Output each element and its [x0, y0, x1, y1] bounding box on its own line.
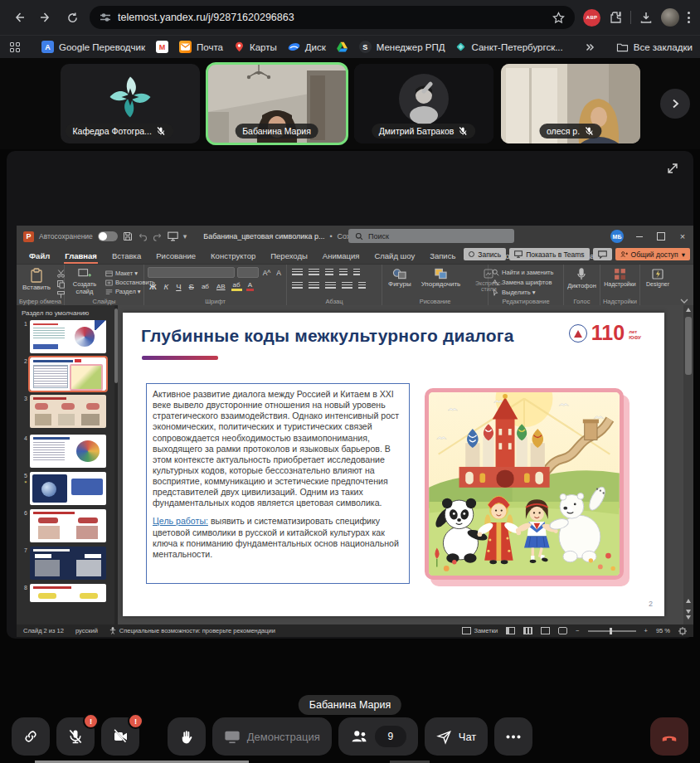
ppt-user-avatar[interactable]: МБ — [610, 230, 624, 243]
language-indicator[interactable]: русский — [75, 627, 98, 634]
paste-button[interactable]: Вставить — [20, 267, 53, 299]
browser-profile-avatar[interactable] — [661, 8, 679, 27]
slide-thumbnail-5[interactable] — [30, 472, 106, 505]
reload-icon[interactable] — [63, 8, 81, 27]
participant-tile-babanina[interactable]: Бабанина Мария — [207, 64, 347, 143]
participants-button[interactable]: 9 — [338, 717, 418, 756]
designer-button[interactable]: Designer — [644, 267, 672, 288]
font-size-box[interactable] — [237, 267, 259, 278]
bold-button[interactable]: Ж — [148, 282, 158, 291]
tab-record[interactable]: Запись — [422, 247, 463, 264]
extensions-puzzle-icon[interactable] — [609, 11, 622, 24]
tab-home[interactable]: Главная — [57, 247, 105, 264]
section-header[interactable]: Раздел по умолчанию — [22, 309, 118, 317]
back-icon[interactable] — [10, 8, 28, 27]
next-participants-button[interactable] — [660, 89, 690, 119]
font-name-box[interactable] — [148, 267, 235, 278]
end-call-button[interactable] — [650, 717, 688, 756]
underline-button[interactable]: Ч — [174, 282, 182, 291]
participant-tile-batrakov[interactable]: Дмитрий Батраков — [354, 64, 493, 143]
address-bar[interactable]: telemost.yandex.ru/j/92871620296863 — [90, 6, 575, 29]
raise-hand-button[interactable] — [168, 717, 206, 756]
show-in-teams-button[interactable]: Показать в Teams — [509, 248, 589, 260]
downloads-icon[interactable] — [639, 11, 653, 24]
zoom-out-button[interactable]: − — [576, 627, 579, 634]
zoom-level[interactable]: 95 % — [656, 627, 670, 634]
find-replace-button[interactable]: Найти и заменить — [492, 269, 560, 276]
slide-thumbnail-4[interactable] — [30, 435, 106, 468]
tab-design[interactable]: Конструктор — [203, 247, 263, 264]
zoom-in-button[interactable]: + — [644, 627, 648, 634]
fit-to-window-icon[interactable] — [678, 627, 687, 635]
align-right-icon[interactable] — [325, 282, 336, 289]
slide-thumbnail-1[interactable] — [30, 320, 106, 353]
case-button[interactable]: АВ — [215, 283, 227, 290]
all-bookmarks[interactable]: Все закладки — [616, 41, 693, 52]
bullets-icon[interactable] — [292, 269, 303, 276]
bookmark-drive[interactable] — [337, 41, 348, 52]
tab-animations[interactable]: Анимация — [315, 247, 367, 264]
slideshow-icon[interactable] — [558, 627, 567, 634]
arrange-button[interactable]: Упорядочить — [419, 267, 464, 293]
slide-illustration[interactable] — [425, 388, 624, 580]
ppt-search-box[interactable]: Поиск — [348, 229, 514, 243]
bookmark-spb[interactable]: Санкт-Петербургск... — [455, 41, 562, 52]
dictate-button[interactable]: Диктофон — [567, 267, 596, 290]
shapes-button[interactable]: Фигуры — [386, 267, 414, 293]
chat-button[interactable]: Чат — [425, 717, 489, 756]
normal-view-icon[interactable] — [506, 627, 515, 634]
browser-menu-icon[interactable] — [688, 12, 690, 23]
ppt-restore-button[interactable] — [650, 226, 672, 247]
clear-format-button[interactable]: А — [275, 269, 283, 277]
tab-insert[interactable]: Вставка — [105, 247, 148, 264]
ppt-minimize-button[interactable] — [629, 226, 650, 247]
bookmark-gmail[interactable]: M — [156, 41, 168, 53]
quick-access-chevron[interactable]: ▾ — [183, 232, 187, 241]
bookmark-rpd[interactable]: S Менеджер РПД — [359, 41, 445, 53]
highlight-button[interactable]: аб — [231, 281, 242, 291]
slide-thumbnail-7[interactable] — [30, 547, 106, 580]
replace-fonts-button[interactable]: Замена шрифтов — [492, 279, 560, 286]
collapse-ribbon-icon[interactable] — [675, 265, 693, 306]
autosave-toggle[interactable] — [98, 231, 118, 241]
apps-grid-icon[interactable] — [10, 42, 20, 52]
strikethrough-button[interactable]: S — [187, 282, 196, 291]
tab-draw[interactable]: Рисование — [148, 247, 203, 264]
columns-icon[interactable] — [358, 282, 366, 289]
reading-view-icon[interactable] — [541, 627, 550, 634]
slide-title[interactable]: Глубинные коды межкультурного диалога — [141, 326, 514, 346]
comments-button[interactable] — [593, 248, 612, 260]
site-settings-icon[interactable] — [100, 12, 111, 23]
screen-share-button[interactable]: Демонстрация — [212, 717, 332, 756]
bookmarks-overflow-icon[interactable] — [585, 42, 595, 52]
undo-icon[interactable] — [138, 231, 148, 241]
more-options-button[interactable] — [494, 717, 532, 756]
select-button[interactable]: Выделить ▾ — [492, 289, 560, 296]
numbering-icon[interactable] — [309, 269, 319, 276]
bookmark-translate[interactable]: A Google Переводчик — [41, 41, 145, 53]
indent-decrease-icon[interactable] — [325, 269, 333, 276]
adblock-extension-icon[interactable]: ABP — [583, 9, 600, 27]
save-icon[interactable] — [123, 231, 133, 241]
participant-tile-olesya[interactable]: олеся р. — [501, 64, 640, 143]
bookmark-maps[interactable]: Карты — [234, 41, 277, 53]
bookmark-star-icon[interactable] — [552, 12, 565, 24]
indent-increase-icon[interactable] — [339, 269, 348, 276]
canvas-scrollbar[interactable] — [683, 305, 693, 624]
next-slide-arrow[interactable] — [686, 610, 691, 614]
align-left-icon[interactable] — [292, 282, 303, 289]
addins-button[interactable]: Надстройки — [604, 267, 636, 288]
slide-thumbnail-2-selected[interactable] — [30, 357, 106, 391]
accessibility-check[interactable]: Специальные возможности: проверьте реком… — [109, 627, 275, 634]
slide-sorter-icon[interactable] — [523, 627, 532, 634]
bookmark-disk[interactable]: Диск — [288, 41, 326, 52]
notes-button[interactable]: Заметки — [462, 627, 498, 634]
tab-slideshow[interactable]: Слайд шоу — [367, 247, 422, 264]
record-button[interactable]: Запись — [464, 248, 506, 260]
present-display-icon[interactable] — [168, 231, 178, 241]
slide-text-box[interactable]: Активное развитие диалога между Россией … — [146, 383, 410, 584]
slide-thumbnail-6[interactable] — [30, 509, 106, 542]
align-center-icon[interactable] — [309, 282, 319, 289]
italic-button[interactable]: К — [163, 282, 171, 291]
char-spacing-button[interactable]: аб — [200, 283, 211, 290]
